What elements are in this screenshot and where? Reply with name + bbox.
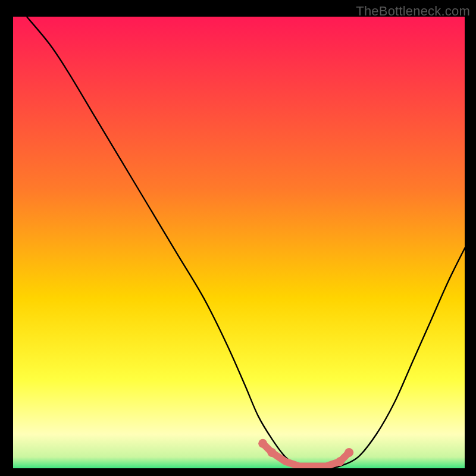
svg-rect-0 [13, 17, 466, 469]
chart-canvas: TheBottleneck.com [0, 0, 476, 476]
background-gradient [13, 17, 465, 468]
plot-area [12, 15, 466, 469]
